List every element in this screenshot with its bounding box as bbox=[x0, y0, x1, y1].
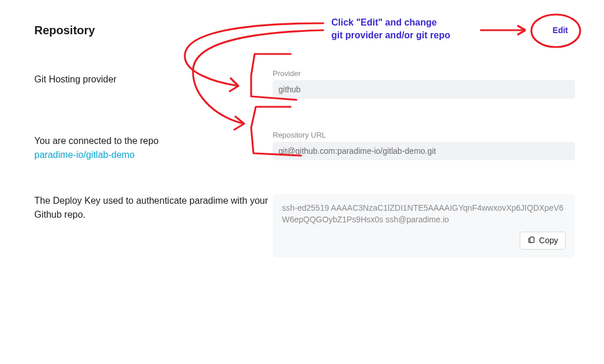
connected-repo-prefix: You are connected to the repo bbox=[34, 136, 159, 146]
clipboard-icon bbox=[527, 236, 535, 246]
provider-field-label: Provider bbox=[273, 69, 575, 78]
provider-input[interactable] bbox=[273, 80, 575, 99]
deploy-key-text: ssh-ed25519 AAAAC3NzaC1lZDI1NTE5AAAAIGYq… bbox=[282, 202, 566, 226]
git-provider-label: Git Hosting provider bbox=[34, 73, 273, 87]
page-title: Repository bbox=[34, 24, 95, 37]
repo-url-field-label: Repository URL bbox=[273, 131, 575, 139]
deploy-key-label: The Deploy Key used to authenticate para… bbox=[34, 194, 273, 222]
copy-button[interactable]: Copy bbox=[520, 232, 566, 250]
repo-link[interactable]: paradime-io/gitlab-demo bbox=[34, 150, 135, 160]
repo-url-input[interactable] bbox=[273, 142, 575, 160]
deploy-key-box: ssh-ed25519 AAAAC3NzaC1lZDI1NTE5AAAAIGYq… bbox=[273, 194, 575, 258]
copy-button-label: Copy bbox=[539, 236, 558, 245]
edit-button[interactable]: Edit bbox=[548, 23, 573, 37]
connected-repo-label: You are connected to the repo paradime-i… bbox=[34, 134, 273, 162]
svg-rect-0 bbox=[530, 237, 534, 242]
